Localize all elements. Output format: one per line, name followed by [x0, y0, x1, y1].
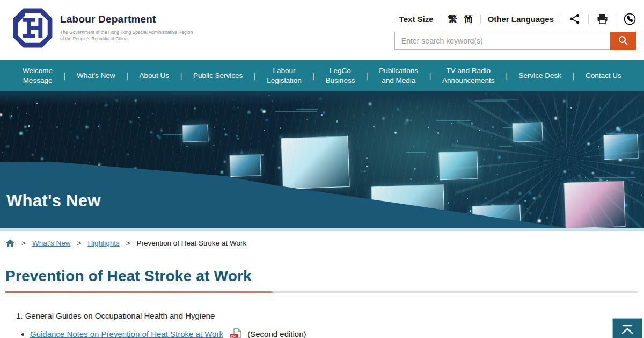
back-to-top-button[interactable]	[612, 318, 642, 338]
labour-dept-logo-icon	[12, 6, 54, 52]
nav-legco-business[interactable]: LegCo Business	[326, 66, 355, 85]
divider	[588, 15, 589, 24]
nav-tv-radio[interactable]: TV and Radio Announcements	[442, 66, 495, 85]
document-list: Guidance Notes on Prevention of Heat Str…	[5, 328, 639, 338]
home-icon[interactable]	[5, 239, 15, 248]
text-size-label: Text Size	[399, 15, 434, 24]
edition-note: (Second edition)	[247, 329, 306, 338]
hero-banner: What's New	[0, 91, 644, 228]
nav-about-us[interactable]: About Us	[139, 71, 169, 81]
nav-divider: |	[64, 71, 66, 80]
list-item: Guidance Notes on Prevention of Heat Str…	[30, 328, 639, 338]
search-input[interactable]	[394, 32, 610, 50]
breadcrumb-separator: >	[126, 239, 130, 247]
section-heading: 1. General Guides on Occupational Health…	[16, 311, 639, 320]
nav-divider: |	[254, 71, 256, 80]
nav-divider: |	[366, 71, 368, 80]
nav-divider: |	[429, 71, 431, 80]
nav-public-services[interactable]: Public Services	[193, 71, 243, 81]
divider	[561, 15, 561, 24]
nav-divider: |	[312, 71, 314, 80]
search-button[interactable]	[610, 32, 636, 50]
site-subtitle: The Government of the Hong Kong Special …	[60, 29, 193, 42]
breadcrumb-separator: >	[21, 239, 26, 247]
nav-divider: |	[506, 71, 508, 80]
banner-title: What's New	[6, 191, 101, 211]
page-content: > What's New > Highlights > Prevention o…	[0, 239, 644, 338]
banner-rays	[451, 91, 644, 228]
nav-service-desk[interactable]: Service Desk	[519, 71, 562, 81]
banner-bottom-rule	[0, 228, 644, 231]
breadcrumb: > What's New > Highlights > Prevention o…	[5, 239, 639, 248]
search-icon	[618, 35, 628, 47]
guidance-notes-pdf-link[interactable]: Guidance Notes on Prevention of Heat Str…	[30, 329, 223, 338]
nav-labour-legislation[interactable]: Labour Legislation	[267, 66, 302, 85]
site-header: Labour Department The Government of the …	[0, 0, 644, 60]
breadcrumb-current-page: Prevention of Heat Stroke at Work	[137, 239, 247, 247]
nav-publications-media[interactable]: Publications and Media	[379, 66, 418, 85]
pdf-icon[interactable]: PDF	[230, 328, 243, 338]
nav-whats-new[interactable]: What's New	[77, 71, 115, 81]
divider	[441, 15, 441, 24]
breadcrumb-separator: >	[77, 239, 81, 247]
utility-row: Text Size 繁 简 Other Languages	[394, 12, 636, 25]
title-underline	[5, 291, 638, 293]
breadcrumb-highlights[interactable]: Highlights	[87, 239, 119, 247]
print-icon[interactable]	[596, 12, 609, 25]
phone-icon[interactable]	[623, 12, 636, 25]
divider	[480, 15, 481, 24]
traditional-chinese-link[interactable]: 繁	[448, 13, 457, 25]
simplified-chinese-link[interactable]: 简	[464, 13, 473, 25]
site-title: Labour Department	[60, 13, 193, 25]
nav-divider: |	[573, 71, 575, 80]
header-utility: Text Size 繁 简 Other Languages	[394, 0, 636, 50]
main-navigation: Welcome Message | What's New | About Us …	[0, 60, 644, 91]
back-to-top-icon	[619, 323, 635, 338]
labour-dept-logo-link[interactable]: Labour Department The Government of the …	[12, 6, 193, 52]
share-icon[interactable]	[568, 12, 581, 25]
nav-divider: |	[126, 71, 128, 80]
other-languages-link[interactable]: Other Languages	[488, 15, 554, 24]
nav-divider: |	[180, 71, 182, 80]
nav-contact-us[interactable]: Contact Us	[586, 71, 621, 81]
svg-text:PDF: PDF	[231, 334, 238, 337]
nav-welcome-message[interactable]: Welcome Message	[23, 66, 53, 85]
search-bar	[394, 32, 636, 50]
page-title: Prevention of Heat Stroke at Work	[5, 268, 639, 285]
divider	[616, 15, 616, 24]
logo-text-block: Labour Department The Government of the …	[60, 6, 193, 52]
breadcrumb-whats-new[interactable]: What's New	[32, 239, 71, 247]
